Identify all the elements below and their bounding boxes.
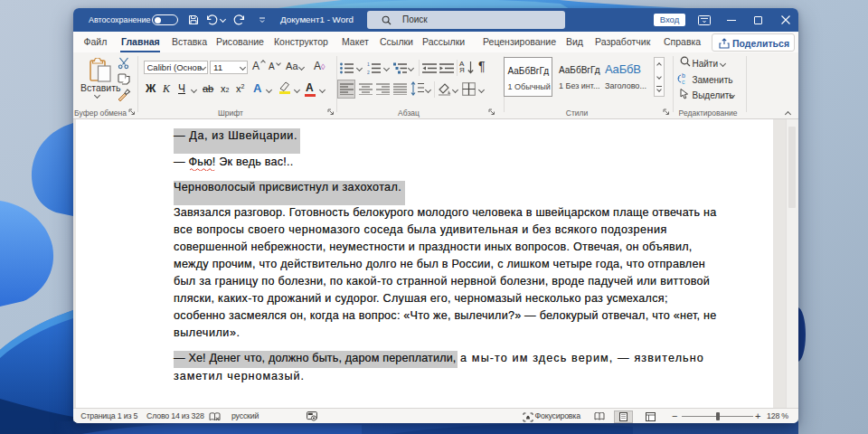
svg-text:b: b <box>682 72 685 79</box>
svg-text:2: 2 <box>367 70 370 74</box>
svg-text:1: 1 <box>367 62 370 67</box>
svg-text:c: c <box>682 79 685 84</box>
